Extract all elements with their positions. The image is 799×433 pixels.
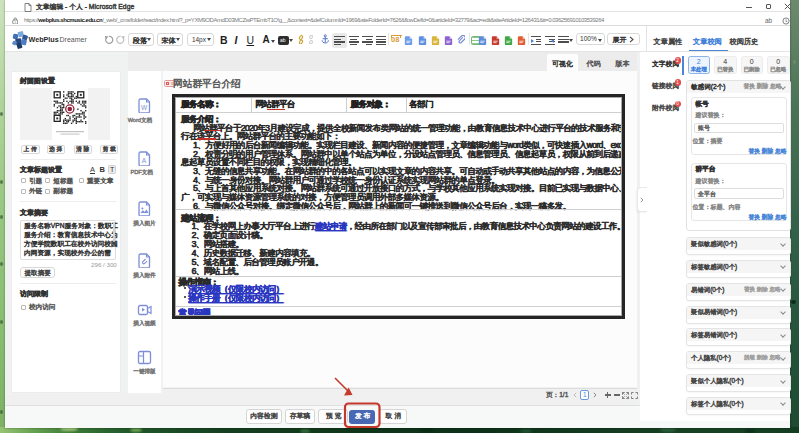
svg-text:A: A [142,156,147,163]
svg-text:W: W [141,104,148,111]
